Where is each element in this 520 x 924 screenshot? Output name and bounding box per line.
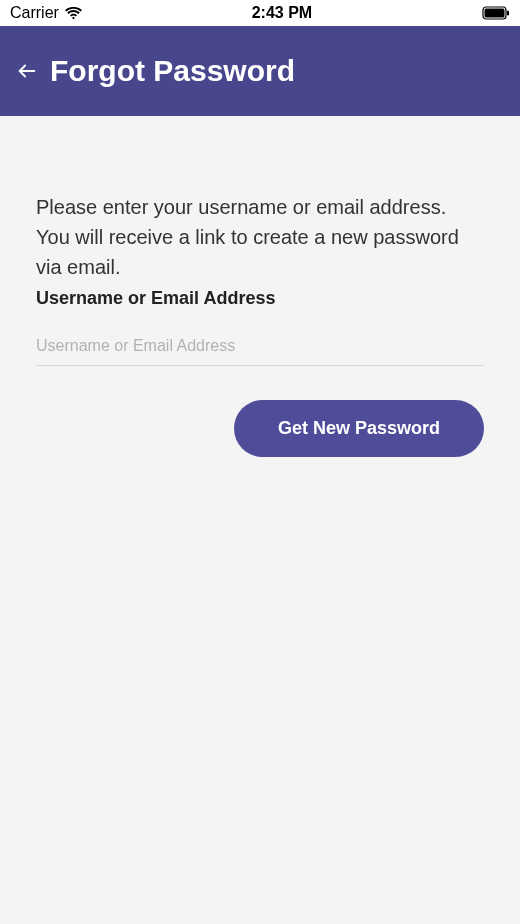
field-label: Username or Email Address xyxy=(36,288,484,309)
back-arrow-icon[interactable] xyxy=(16,60,38,82)
get-new-password-button[interactable]: Get New Password xyxy=(234,400,484,457)
svg-rect-2 xyxy=(507,11,509,16)
status-time: 2:43 PM xyxy=(252,4,312,22)
svg-rect-1 xyxy=(484,9,504,18)
wifi-icon xyxy=(65,7,82,20)
username-email-input[interactable] xyxy=(36,337,484,355)
app-header: Forgot Password xyxy=(0,26,520,116)
status-bar: Carrier 2:43 PM xyxy=(0,0,520,26)
battery-icon xyxy=(482,6,510,20)
instructions-text: Please enter your username or email addr… xyxy=(36,192,484,282)
page-title: Forgot Password xyxy=(50,54,295,88)
content-area: Please enter your username or email addr… xyxy=(0,116,520,457)
status-left: Carrier xyxy=(10,4,82,22)
input-wrap xyxy=(36,337,484,366)
carrier-label: Carrier xyxy=(10,4,59,22)
status-right xyxy=(482,6,510,20)
button-row: Get New Password xyxy=(36,400,484,457)
